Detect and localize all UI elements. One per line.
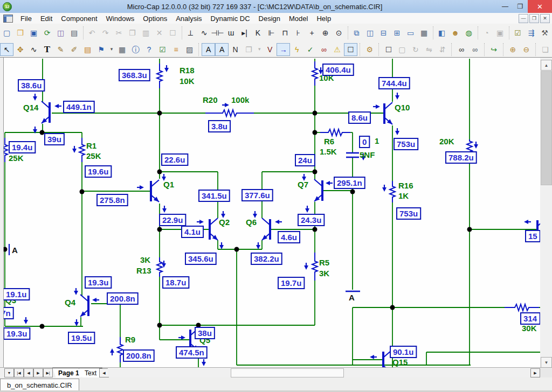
- copy-attributes-dropdown[interactable]: ▾: [256, 43, 263, 56]
- menu-item-options[interactable]: Options: [139, 14, 171, 23]
- last-page-button[interactable]: ▶|: [43, 368, 53, 377]
- component-panel-icon[interactable]: ◧: [435, 26, 448, 40]
- battery-icon[interactable]: ⊦: [292, 26, 305, 40]
- component-label[interactable]: 1.5K: [320, 147, 337, 156]
- tile-horizontal-icon[interactable]: ⊟: [377, 26, 390, 40]
- value-box-text[interactable]: 90.1u: [393, 347, 413, 356]
- resistor[interactable]: [505, 304, 539, 311]
- resistor[interactable]: [390, 181, 395, 202]
- transistor-Q4[interactable]: [80, 295, 88, 302]
- copy-icon[interactable]: ❐: [126, 26, 139, 40]
- switch-icon[interactable]: +: [305, 26, 319, 40]
- value-box-text[interactable]: 22.9u: [162, 215, 183, 225]
- value-box-text[interactable]: 0: [362, 137, 367, 146]
- component-label[interactable]: 3K: [140, 255, 150, 264]
- scroll-up-button[interactable]: ▲: [541, 60, 552, 71]
- value-box-text[interactable]: 788.2u: [448, 153, 474, 162]
- component-label[interactable]: R18: [180, 66, 195, 75]
- box-tool-icon[interactable]: ☐: [382, 43, 395, 56]
- horizontal-scroll-thumb[interactable]: [231, 368, 344, 377]
- value-box-text[interactable]: 368.3u: [122, 71, 147, 80]
- value-box-text[interactable]: 24u: [298, 156, 312, 165]
- rotate-icon[interactable]: ↻: [409, 43, 422, 56]
- npn-transistor-icon[interactable]: K: [251, 26, 265, 40]
- horizontal-scrollbar[interactable]: [108, 368, 530, 377]
- resistor[interactable]: [157, 64, 162, 88]
- component-label[interactable]: 1K: [398, 191, 409, 200]
- component-label[interactable]: 100k: [231, 95, 250, 104]
- component-label[interactable]: Q1: [163, 180, 174, 189]
- component-label[interactable]: 1: [375, 136, 379, 145]
- cut-icon[interactable]: ✂: [112, 26, 126, 40]
- go-back-icon[interactable]: ↪: [487, 43, 501, 56]
- value-box-text[interactable]: 38u: [198, 328, 212, 338]
- component-label[interactable]: R20: [203, 95, 218, 104]
- value-box-text[interactable]: 200.8n: [126, 351, 151, 360]
- component-label[interactable]: 5NF: [360, 150, 375, 159]
- value-box-text[interactable]: 19.5u: [71, 333, 92, 342]
- child-window-icon[interactable]: [3, 15, 13, 23]
- menu-item-help[interactable]: Help: [312, 14, 335, 23]
- vertical-scrollbar[interactable]: ▲ ▼: [540, 58, 552, 367]
- value-box-text[interactable]: 19.1u: [6, 290, 26, 299]
- current-source-icon[interactable]: ⊙: [332, 26, 346, 40]
- scroll-down-button[interactable]: ▼: [541, 357, 552, 368]
- cascade-windows-icon[interactable]: ⧉: [350, 26, 363, 40]
- grid-icon[interactable]: ▦: [115, 43, 129, 56]
- show-node-voltages-icon[interactable]: V: [263, 43, 277, 56]
- show-currents-icon[interactable]: →: [277, 43, 290, 56]
- component-label[interactable]: R1: [86, 141, 96, 150]
- child-close-button[interactable]: ✕: [540, 14, 550, 23]
- value-box-text[interactable]: 8.6u: [351, 113, 368, 122]
- component-label[interactable]: 3K: [319, 269, 329, 278]
- value-box-text[interactable]: 19.6u: [88, 167, 108, 176]
- stepping-icon[interactable]: ▣: [493, 26, 507, 40]
- marquee-copy-icon[interactable]: ☐: [166, 26, 180, 40]
- value-box-text[interactable]: 18.7u: [165, 278, 186, 287]
- repeat-find-icon[interactable]: ∞: [468, 43, 482, 56]
- component-label[interactable]: Q2: [219, 218, 230, 227]
- save-icon[interactable]: ▣: [27, 26, 40, 40]
- show-node-numbers-icon[interactable]: N: [229, 43, 242, 56]
- goto-icon[interactable]: ⇶: [525, 26, 538, 40]
- component-label[interactable]: 25K: [9, 153, 24, 163]
- page-icon[interactable]: ❏: [539, 43, 552, 56]
- show-attribute-values-icon[interactable]: A: [215, 43, 229, 56]
- page-list-dropdown[interactable]: ▼: [4, 368, 14, 377]
- print-icon[interactable]: ▤: [67, 26, 81, 40]
- component-label[interactable]: Q14: [23, 103, 39, 112]
- menu-item-model[interactable]: Model: [285, 14, 312, 23]
- menu-item-edit[interactable]: Edit: [36, 14, 57, 23]
- maximize-window-icon[interactable]: ▭: [404, 26, 417, 40]
- value-box-text[interactable]: 341.5u: [202, 191, 227, 200]
- menu-item-file[interactable]: File: [16, 14, 36, 23]
- value-box-text[interactable]: 4.1u: [184, 227, 201, 236]
- value-box-text[interactable]: 406.4u: [326, 65, 351, 74]
- next-page-button[interactable]: ▶: [33, 368, 43, 377]
- value-box-text[interactable]: 4.6u: [281, 233, 297, 242]
- tile-vertical-icon[interactable]: ◫: [363, 26, 377, 40]
- component-mode-icon[interactable]: ∿: [27, 43, 40, 56]
- shape-tool-icon[interactable]: ▢: [395, 43, 409, 56]
- component-label[interactable]: Q4: [65, 298, 76, 307]
- transistor-Q14[interactable]: [42, 101, 50, 108]
- paste-icon[interactable]: ▥: [139, 26, 153, 40]
- component-label[interactable]: R5: [319, 258, 329, 267]
- flag-mode-dropdown[interactable]: ▾: [108, 43, 115, 56]
- calculator-icon[interactable]: ▦: [417, 26, 431, 40]
- component-label[interactable]: R6: [324, 137, 334, 146]
- value-box-text[interactable]: 3.8u: [211, 122, 227, 131]
- sine-source-icon[interactable]: ⊕: [319, 26, 332, 40]
- value-box-text[interactable]: 744.4u: [382, 79, 407, 88]
- value-box-text[interactable]: 19.3u: [88, 278, 108, 287]
- show-attribute-text-icon[interactable]: A: [202, 43, 215, 56]
- tools-icon[interactable]: ⚒: [538, 26, 551, 40]
- resistor-icon[interactable]: ∿: [197, 26, 211, 40]
- previous-page-button[interactable]: ◀: [24, 368, 33, 377]
- undo-icon[interactable]: ↶: [85, 26, 99, 40]
- value-box-text[interactable]: 19.7u: [281, 278, 301, 288]
- resistor[interactable]: [79, 138, 85, 162]
- warnings-icon[interactable]: ⚠: [330, 43, 344, 56]
- jfet-icon[interactable]: ⊩: [265, 26, 278, 40]
- zoom-out-icon[interactable]: ⊖: [520, 43, 533, 56]
